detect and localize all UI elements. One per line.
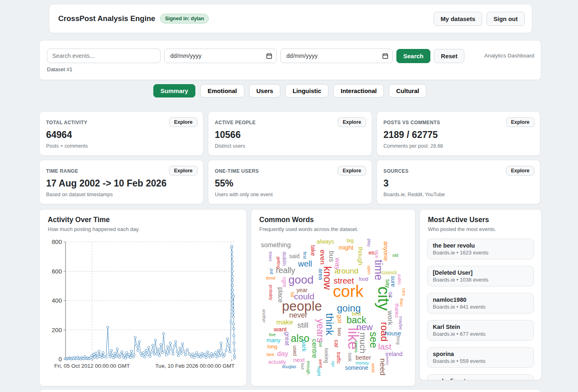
tab-interactional[interactable]: Interactional — [333, 84, 384, 97]
app-title: CrossPost Analysis Engine — [58, 14, 155, 23]
explore-button[interactable]: Explore — [506, 117, 534, 127]
stat-label: SOURCES — [383, 168, 409, 174]
date-to-field[interactable] — [280, 49, 393, 63]
svg-text:200: 200 — [52, 326, 62, 333]
common-words-panel: Common Words Frequently used words acros… — [251, 209, 415, 386]
cloud-word: week — [371, 363, 375, 373]
cloud-word: use — [318, 341, 322, 347]
cloud-word: though — [358, 247, 364, 265]
stat-subtext: Boards.ie, Reddit, YouTube — [383, 192, 445, 197]
user-meta: Boards.ie • 1623 events — [433, 250, 528, 256]
stat-subtext: Based on dataset timestamps — [46, 192, 113, 197]
most-active-users-title: Most Active Users — [428, 216, 489, 224]
date-from-input[interactable] — [169, 52, 266, 59]
most-active-users-panel: Most Active Users Who posted the most ev… — [419, 209, 542, 380]
cloud-word: anyone — [383, 241, 389, 261]
cloud-word: seems — [354, 341, 358, 352]
cloud-word: first — [303, 252, 307, 259]
stat-subtext: Posts + comments — [46, 143, 88, 149]
cloud-word: look — [347, 353, 352, 362]
stat-value: 2189 / 62775 — [383, 129, 438, 140]
cloud-word: looking — [324, 348, 329, 363]
user-list-item: corks finestBoards.ie • 520 events — [427, 374, 534, 380]
stat-value: 3 — [383, 178, 389, 189]
svg-text:0: 0 — [59, 356, 62, 362]
cloud-word: got — [337, 315, 343, 323]
stat-subtext: Distinct users — [215, 143, 245, 149]
user-name: corks finest — [433, 378, 528, 380]
stat-value: 10566 — [215, 129, 241, 140]
search-input[interactable] — [47, 49, 161, 63]
cloud-word: work — [387, 311, 394, 325]
user-meta: Boards.ie • 559 events — [433, 358, 528, 364]
header-actions: My datasets Sign out — [434, 12, 525, 26]
cloud-word: still — [297, 321, 308, 329]
user-list-item: the beer revoluBoards.ie • 1623 events — [427, 239, 534, 259]
cloud-word: open — [367, 265, 371, 274]
svg-text:400: 400 — [52, 297, 62, 304]
cloud-word: old — [392, 253, 398, 258]
tab-emotional[interactable]: Emotional — [200, 84, 244, 97]
stat-subtext: Comments per post: 28.68 — [383, 143, 443, 149]
tab-summary[interactable]: Summary — [153, 84, 195, 97]
search-button[interactable]: Search — [396, 49, 430, 63]
most-active-users-subtitle: Who posted the most events. — [428, 226, 496, 232]
stat-label: POSTS VS COMMENTS — [383, 120, 440, 125]
cloud-word: bad — [301, 363, 304, 369]
tab-linguistic[interactable]: Linguistic — [285, 84, 328, 97]
stat-subtext: Users with only one event — [215, 192, 273, 197]
tab-users[interactable]: Users — [249, 84, 281, 97]
date-to-input[interactable] — [286, 52, 382, 59]
svg-text:600: 600 — [52, 268, 62, 275]
cloud-word: something — [261, 242, 291, 248]
cloud-word: right — [282, 277, 287, 287]
stat-value: 17 Aug 2002 -> 10 Feb 2026 — [46, 178, 167, 189]
cloud-word: thing — [396, 336, 400, 345]
svg-text:Tue, 10 Feb 2026 00:00:00 GMT: Tue, 10 Feb 2026 00:00:00 GMT — [155, 363, 235, 369]
stat-label: TOTAL ACTIVITY — [46, 120, 87, 125]
cloud-word: centre — [311, 339, 318, 358]
cloud-word: make — [276, 319, 293, 326]
stat-value: 64964 — [46, 129, 72, 140]
user-name: namloc1980 — [433, 297, 528, 303]
cloud-word: thanks — [394, 303, 399, 318]
cloud-word: public — [397, 274, 401, 285]
explore-button[interactable]: Explore — [338, 166, 366, 176]
cloud-word: much — [359, 333, 367, 353]
cloud-word: than — [399, 299, 403, 306]
user-name: the beer revolu — [433, 242, 528, 249]
date-from-field[interactable] — [164, 49, 277, 63]
sign-out-button[interactable]: Sign out — [487, 12, 525, 26]
cloud-word: used — [292, 345, 297, 356]
tab-cultural[interactable]: Cultural — [389, 84, 426, 97]
cloud-word: traffic — [336, 352, 341, 364]
user-list-item: Karl SteinBoards.ie • 677 events — [427, 320, 534, 341]
app-header: CrossPost Analysis Engine Signed in: dyl… — [49, 4, 532, 33]
cloud-word: last — [378, 342, 392, 351]
explore-button[interactable]: Explore — [338, 117, 366, 127]
user-meta: Boards.ie • 1038 events — [433, 277, 528, 283]
activity-panel: Activity Over Time How much posting happ… — [39, 209, 247, 386]
reset-button[interactable]: Reset — [434, 49, 464, 63]
cloud-word: want — [274, 326, 287, 332]
explore-button[interactable]: Explore — [169, 117, 197, 127]
cloud-word: done — [266, 276, 275, 280]
cloud-word: ago — [331, 361, 335, 367]
cloud-word: really — [276, 266, 295, 274]
stat-card-sources: SOURCESExplore3Boards.ie, Reddit, YouTub… — [377, 160, 540, 204]
my-datasets-button[interactable]: My datasets — [434, 12, 482, 26]
svg-text:Fri, 05 Oct 2012 00:00:00 GMT: Fri, 05 Oct 2012 00:00:00 GMT — [54, 363, 130, 369]
cloud-word: live — [269, 333, 276, 337]
cloud-word: food — [359, 277, 368, 282]
stat-value: 55% — [215, 178, 233, 189]
cloud-word: every — [385, 356, 389, 365]
calendar-icon — [382, 53, 388, 59]
cloud-word: night — [317, 367, 321, 376]
explore-button[interactable]: Explore — [169, 166, 197, 176]
cloud-word: long — [267, 344, 277, 349]
stats-grid: TOTAL ACTIVITYExplore64964Posts + commen… — [39, 111, 541, 204]
cloud-word: around — [335, 267, 358, 275]
user-list-item: [Deleted User]Boards.ie • 1038 events — [427, 266, 534, 286]
explore-button[interactable]: Explore — [506, 166, 534, 176]
activity-title: Activity Over Time — [48, 216, 110, 224]
